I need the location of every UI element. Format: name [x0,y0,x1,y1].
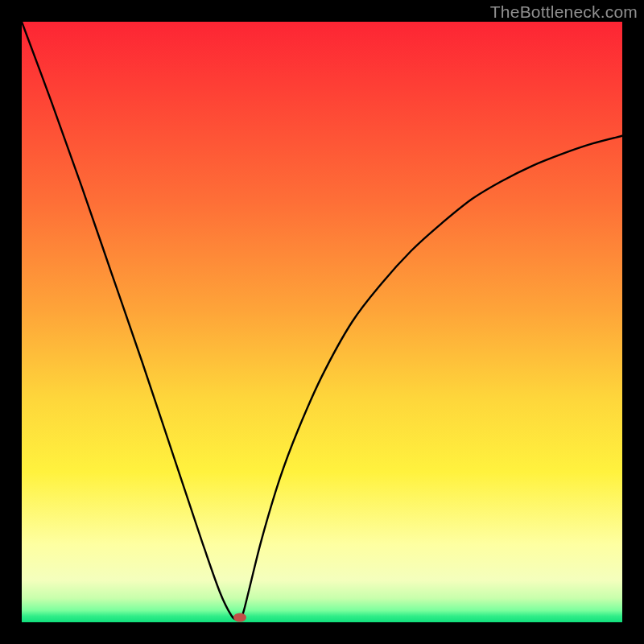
chart-frame: TheBottleneck.com [0,0,644,644]
plot-area [22,22,622,622]
watermark-text: TheBottleneck.com [490,2,638,22]
bottleneck-curve [22,22,622,622]
minimum-marker [233,613,246,622]
